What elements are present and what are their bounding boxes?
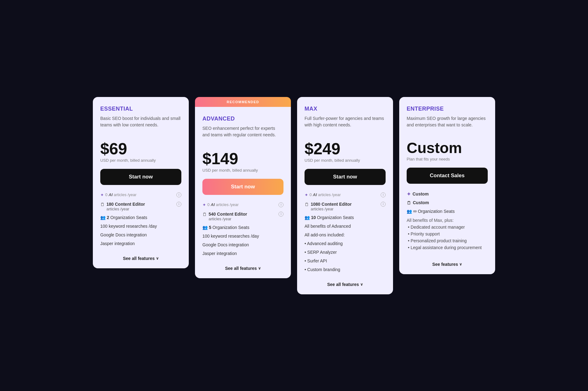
addon-1-max: • Advanced auditing [305, 241, 386, 246]
plan-period-max: USD per month, billed annually [305, 158, 386, 163]
keyword-researches-advanced: 100 keyword researches /day [202, 234, 283, 239]
plan-description-enterprise: Maximum SEO growth for large agencies an… [407, 115, 488, 135]
plan-advanced: RECOMMENDED ADVANCED SEO enhancement per… [195, 97, 291, 278]
plan-description-essential: Basic SEO boost for individuals and smal… [100, 115, 181, 135]
content-editor-row-advanced: 🗒 540 Content Editor articles /year i [202, 212, 283, 221]
plan-price-enterprise: Custom [407, 141, 488, 156]
info-icon-essential[interactable]: i [176, 192, 181, 197]
plan-price-advanced: $149 [202, 151, 283, 167]
plan-card-essential: ESSENTIAL Basic SEO boost for individual… [93, 97, 189, 268]
doc-icon-max: 🗒 [305, 202, 309, 207]
plan-max: MAX Full Surfer-power for agencies and t… [297, 97, 393, 294]
info-icon-advanced[interactable]: i [279, 202, 283, 207]
org-seats-enterprise: 👥 ∞ Organization Seats [407, 209, 488, 214]
sparkle-icon-advanced: ✦ [202, 202, 206, 207]
ai-articles-row-advanced: ✦ 0 AI articles /year i [202, 202, 283, 207]
plan-price-essential: $69 [100, 141, 181, 157]
info-icon2-advanced[interactable]: i [279, 212, 283, 217]
plan-essential: ESSENTIAL Basic SEO boost for individual… [93, 97, 189, 268]
org-seats-advanced: 👥 5 Organization Seats [202, 225, 283, 230]
plan-price-max: $249 [305, 141, 386, 157]
sparkle-icon-max: ✦ [305, 192, 308, 197]
google-docs-essential: Google Docs integration [100, 232, 181, 237]
plan-description-advanced: SEO enhancement perfect for experts and … [202, 125, 283, 145]
jasper-advanced: Jasper integration [202, 251, 283, 256]
custom-line2-enterprise: 🗒 Custom [407, 200, 488, 205]
org-seats-essential: 👥 2 Organization Seats [100, 215, 181, 220]
org-seats-max: 👥 10 Organization Seats [305, 215, 386, 220]
content-editor-row-max: 🗒 1080 Content Editor articles /year i [305, 202, 386, 211]
cta-button-essential[interactable]: Start now [100, 169, 181, 185]
enterprise-benefits-intro: All benefits of Max, plus: [407, 218, 488, 223]
cta-button-advanced[interactable]: Start now [202, 179, 283, 195]
people-icon-enterprise: 👥 [407, 209, 413, 214]
ai-articles-row-max: ✦ 0 AI articles /year i [305, 192, 386, 197]
plan-enterprise: ENTERPRISE Maximum SEO growth for large … [399, 97, 495, 274]
google-docs-advanced: Google Docs integration [202, 242, 283, 247]
addons-intro-max: All add-ons included: [305, 232, 386, 237]
enterprise-addon-3: • Personalized product training [407, 238, 488, 243]
chevron-icon-essential: ∨ [156, 256, 159, 261]
doc-icon-enterprise: 🗒 [407, 200, 411, 205]
plan-period-essential: USD per month, billed annually [100, 158, 181, 163]
people-icon-advanced: 👥 [202, 225, 209, 230]
people-icon-max: 👥 [305, 215, 311, 220]
plan-name-enterprise: ENTERPRISE [407, 106, 488, 112]
info-icon2-max[interactable]: i [381, 202, 386, 207]
content-editor-row-essential: 🗒 180 Content Editor articles /year i [100, 202, 181, 211]
addon-4-max: • Custom branding [305, 267, 386, 272]
plan-card-advanced: ADVANCED SEO enhancement perfect for exp… [195, 107, 291, 278]
see-features-enterprise[interactable]: See features ∨ [407, 256, 488, 267]
enterprise-addon-1: • Dedicated account manager [407, 225, 488, 230]
infinity-icon-enterprise: ∞ [413, 209, 417, 214]
people-icon-essential: 👥 [100, 215, 107, 220]
doc-icon-advanced: 🗒 [202, 212, 207, 217]
sparkle-icon-essential: ✦ [100, 192, 104, 197]
addon-2-max: • SERP Analyzer [305, 250, 386, 255]
cta-button-enterprise[interactable]: Contact Sales [407, 168, 488, 184]
plan-description-max: Full Surfer-power for agencies and teams… [305, 115, 386, 135]
pricing-grid: ESSENTIAL Basic SEO boost for individual… [93, 97, 495, 294]
chevron-icon-advanced: ∨ [258, 266, 261, 270]
see-all-features-max[interactable]: See all features ∨ [305, 276, 386, 287]
recommended-badge: RECOMMENDED [195, 97, 291, 107]
sparkle-icon-enterprise1: ✦ [407, 191, 411, 197]
see-all-features-advanced[interactable]: See all features ∨ [202, 260, 283, 271]
chevron-icon-max: ∨ [360, 282, 363, 287]
plan-name-essential: ESSENTIAL [100, 106, 181, 112]
info-icon-max[interactable]: i [381, 192, 386, 197]
plan-card-max: MAX Full Surfer-power for agencies and t… [297, 97, 393, 294]
see-all-features-essential[interactable]: See all features ∨ [100, 250, 181, 261]
enterprise-addon-2: • Priority support [407, 231, 488, 236]
jasper-essential: Jasper integration [100, 241, 181, 246]
addon-3-max: • Surfer API [305, 258, 386, 263]
enterprise-benefits-list: All benefits of Max, plus: • Dedicated a… [407, 218, 488, 252]
enterprise-addon-4: • Legal assistance during procurement [407, 245, 488, 250]
ai-articles-row-essential: ✦ 0 AI articles /year i [100, 192, 181, 197]
cta-button-max[interactable]: Start now [305, 169, 386, 185]
doc-icon-essential: 🗒 [100, 202, 105, 207]
plan-period-enterprise: Plan that fits your needs [407, 157, 488, 161]
plan-name-advanced: ADVANCED [202, 116, 283, 122]
info-icon2-essential[interactable]: i [176, 202, 181, 207]
keyword-researches-essential: 100 keyword researches /day [100, 224, 181, 229]
plan-card-enterprise: ENTERPRISE Maximum SEO growth for large … [399, 97, 495, 274]
plan-name-max: MAX [305, 106, 386, 112]
custom-line1-enterprise: ✦ Custom [407, 191, 488, 197]
plan-period-advanced: USD per month, billed annually [202, 168, 283, 173]
chevron-icon-enterprise: ∨ [459, 262, 462, 266]
benefits-advanced-max: All benefits of Advanced [305, 224, 386, 229]
